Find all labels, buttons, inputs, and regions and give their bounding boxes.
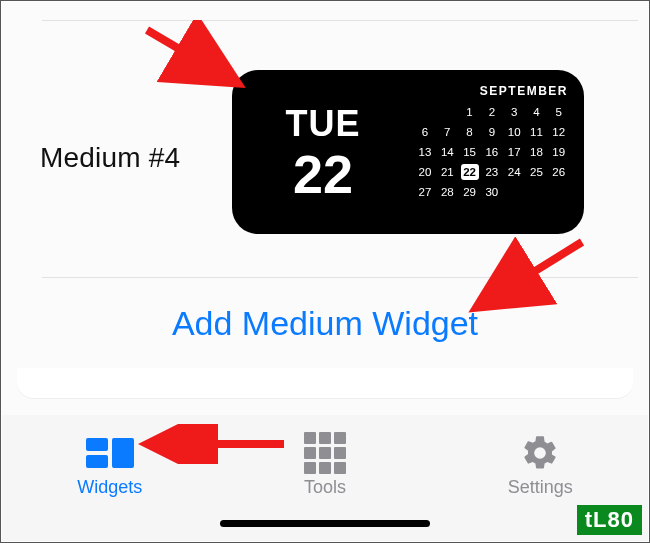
- calendar-day: 4: [527, 104, 545, 120]
- calendar-day: 6: [416, 124, 434, 140]
- calendar-day: 29: [461, 184, 479, 200]
- calendar-day: 5: [550, 104, 568, 120]
- calendar-day: 20: [416, 164, 434, 180]
- calendar-day: 27: [416, 184, 434, 200]
- calendar-day: 13: [416, 144, 434, 160]
- tab-widgets[interactable]: Widgets: [2, 415, 217, 541]
- widgets-icon: [86, 438, 134, 468]
- calendar-day: 3: [505, 104, 523, 120]
- tab-widgets-label: Widgets: [77, 477, 142, 498]
- widget-month-grid: 1234567891011121314151617181920212223242…: [416, 104, 568, 200]
- panel-bottom-edge: [17, 368, 633, 398]
- separator-bottom: [42, 277, 638, 278]
- calendar-day: 24: [505, 164, 523, 180]
- widget-day-name: TUE: [286, 103, 361, 145]
- tab-settings-label: Settings: [508, 477, 573, 498]
- calendar-day: 28: [438, 184, 456, 200]
- home-indicator[interactable]: [220, 520, 430, 527]
- widget-day-number: 22: [293, 147, 353, 201]
- calendar-day: 14: [438, 144, 456, 160]
- calendar-day: 8: [461, 124, 479, 140]
- calendar-day: 7: [438, 124, 456, 140]
- calendar-day: 12: [550, 124, 568, 140]
- calendar-day: 25: [527, 164, 545, 180]
- add-medium-widget-button[interactable]: Add Medium Widget: [2, 304, 648, 343]
- calendar-day: 11: [527, 124, 545, 140]
- calendar-day: 22: [461, 164, 479, 180]
- grid-icon: [304, 432, 346, 474]
- calendar-day: 16: [483, 144, 501, 160]
- separator-top: [42, 20, 638, 21]
- calendar-day: 19: [550, 144, 568, 160]
- svg-line-0: [147, 30, 232, 80]
- calendar-day: 18: [527, 144, 545, 160]
- widget-month-name: SEPTEMBER: [480, 84, 568, 98]
- calendar-day: 23: [483, 164, 501, 180]
- calendar-day: 21: [438, 164, 456, 180]
- calendar-day: 15: [461, 144, 479, 160]
- watermark: tL80: [577, 505, 642, 535]
- calendar-day: 1: [461, 104, 479, 120]
- calendar-day: 17: [505, 144, 523, 160]
- calendar-day: 9: [483, 124, 501, 140]
- svg-line-1: [482, 242, 582, 304]
- calendar-day: 26: [550, 164, 568, 180]
- calendar-day: 10: [505, 124, 523, 140]
- calendar-widget-preview[interactable]: TUE 22 SEPTEMBER 12345678910111213141516…: [232, 70, 584, 234]
- tab-tools-label: Tools: [304, 477, 346, 498]
- calendar-day: 2: [483, 104, 501, 120]
- gear-icon: [520, 433, 560, 473]
- calendar-day: 30: [483, 184, 501, 200]
- widget-row-label[interactable]: Medium #4: [40, 142, 180, 174]
